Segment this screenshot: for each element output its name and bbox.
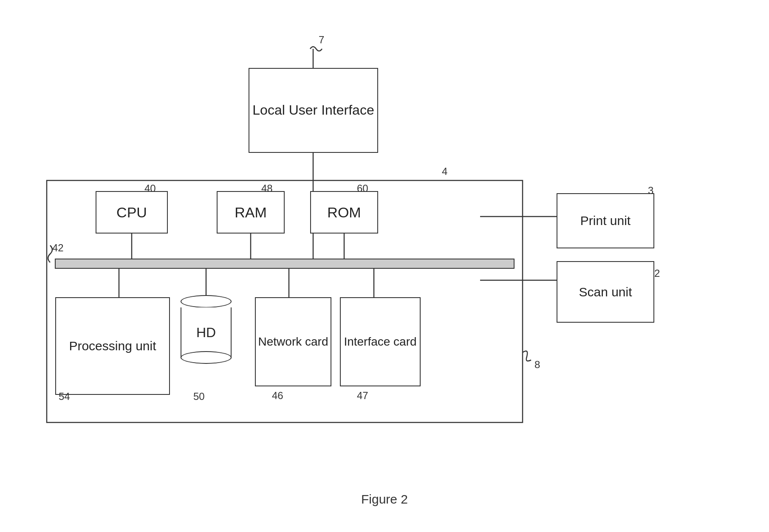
ref-7: 7	[319, 34, 324, 46]
diagram: Local User Interface 7 4 CPU 40 RAM 48 R…	[0, 0, 769, 532]
rom-label: ROM	[327, 204, 361, 221]
ref-4: 4	[442, 166, 447, 177]
ref-46: 46	[272, 390, 283, 402]
local-user-interface-label: Local User Interface	[252, 101, 374, 119]
ref-50: 50	[193, 391, 205, 403]
ref-2: 2	[654, 267, 660, 279]
cylinder-bottom	[181, 351, 232, 364]
local-user-interface-box: Local User Interface	[249, 68, 378, 153]
cpu-label: CPU	[116, 204, 147, 221]
ram-label: RAM	[235, 204, 267, 221]
cylinder-body: HD	[181, 307, 232, 358]
interface-card-box: Interface card	[340, 297, 421, 386]
scan-unit-label: Scan unit	[579, 285, 632, 299]
ref-47: 47	[357, 390, 368, 402]
ref-60: 60	[357, 183, 368, 194]
svg-rect-2	[55, 259, 514, 268]
scan-unit-box: Scan unit	[557, 261, 654, 323]
hd-label: HD	[196, 325, 216, 341]
interface-card-label: Interface card	[344, 333, 416, 350]
processing-unit-box: Processing unit	[55, 297, 170, 395]
cylinder-top	[181, 295, 232, 308]
ref-40: 40	[144, 183, 156, 194]
ref-54: 54	[59, 391, 70, 403]
ref-3: 3	[648, 185, 653, 197]
network-card-label: Network card	[258, 333, 328, 350]
ram-box: RAM	[217, 191, 285, 234]
ref-42: 42	[52, 242, 64, 254]
print-unit-box: Print unit	[557, 193, 654, 248]
network-card-box: Network card	[255, 297, 331, 386]
ref-48: 48	[261, 183, 273, 194]
print-unit-label: Print unit	[580, 214, 630, 228]
processing-unit-label: Processing unit	[69, 337, 156, 355]
hd-cylinder: HD	[181, 295, 232, 358]
rom-box: ROM	[310, 191, 378, 234]
ref-8: 8	[534, 359, 540, 371]
figure-caption: Figure 2	[361, 492, 408, 507]
cpu-box: CPU	[96, 191, 168, 234]
